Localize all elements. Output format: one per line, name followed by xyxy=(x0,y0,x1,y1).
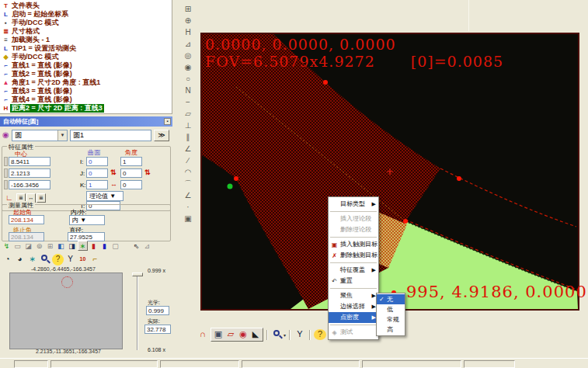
profile-line-icon[interactable]: ⌒ xyxy=(181,178,195,189)
tree-item-line4[interactable]: ⌐直线4 = 直线 (影像) xyxy=(2,95,172,104)
submenu-item-density-normal[interactable]: 常规 xyxy=(377,314,405,325)
theo-dropdown-icon[interactable]: ▼ xyxy=(110,193,116,200)
actual-field[interactable]: 32.778 xyxy=(144,325,171,334)
blue-chart-icon[interactable]: ▮ xyxy=(99,241,110,251)
symmetry-icon[interactable]: H xyxy=(181,26,195,38)
magnifier-tool-icon[interactable] xyxy=(271,328,284,341)
measurement-view-canvas[interactable] xyxy=(202,34,578,309)
position-grid-icon[interactable]: ⊞ xyxy=(181,3,195,15)
menu-item-insert-hit-target[interactable]: 插入触测目标▣ xyxy=(329,239,378,250)
y-spin[interactable] xyxy=(4,168,8,178)
zoom-slider-track[interactable] xyxy=(137,274,138,350)
panel-pin-button[interactable]: ▪ xyxy=(164,118,171,125)
magnet-snap-icon[interactable]: ∩ xyxy=(197,328,209,341)
straightness-icon[interactable]: − xyxy=(181,96,195,108)
cylinder-tool-icon[interactable]: ◪ xyxy=(23,241,33,251)
tree-item-dim-format[interactable]: ≣尺寸格式 xyxy=(2,27,172,36)
tree-item-file-header[interactable]: T文件表头 xyxy=(2,2,172,10)
menu-item-focus[interactable]: 聚焦▶ xyxy=(329,290,378,301)
k-angle-field[interactable]: 0 xyxy=(120,180,142,189)
i-angle-field[interactable]: 1 xyxy=(120,157,142,166)
k-swap-icon[interactable]: ↔ xyxy=(110,180,117,188)
menu-item-reset[interactable]: 重置↶ xyxy=(329,276,378,286)
bulb-question-icon[interactable]: ? xyxy=(52,254,64,266)
menu-item-delete-hit-target[interactable]: 删除触测目标✗ xyxy=(329,250,378,261)
cylindricity-icon[interactable]: N xyxy=(181,85,195,96)
feature-type-combo[interactable]: 圆 ▼ xyxy=(12,130,68,141)
angle-dim-icon[interactable]: ∠ xyxy=(181,189,195,201)
point-icon[interactable]: · xyxy=(181,201,195,213)
perpendicularity-icon[interactable]: ⊥ xyxy=(181,120,195,131)
camera-icon[interactable]: ▣ xyxy=(212,328,224,341)
gear-settings-icon[interactable]: ∗ xyxy=(78,241,88,251)
circle-target-icon[interactable]: ◉ xyxy=(237,328,249,341)
combo-dropdown-icon[interactable]: ▼ xyxy=(57,130,67,141)
tree-item-distance2[interactable]: H距离2 = 尺寸 2D 距离 : 直线3 xyxy=(2,104,172,113)
pattern-tool-icon[interactable]: ⊞ xyxy=(45,241,55,251)
light-ten-icon[interactable]: 10 xyxy=(77,254,89,266)
zoom-slider-thumb[interactable] xyxy=(132,273,143,276)
tree-item-angle1[interactable]: ▲角度1 = 尺寸2D 角度 : 直线1 xyxy=(2,78,172,87)
center-y-field[interactable]: 2.1213 xyxy=(9,168,50,178)
optical-field[interactable]: 0.999 xyxy=(146,306,169,315)
center-z-field[interactable]: -166.3456 xyxy=(9,180,50,189)
cone-tool-icon[interactable]: ◣ xyxy=(249,328,262,341)
z-spin[interactable] xyxy=(4,180,8,189)
stage-arrow-icon[interactable]: ⌐ xyxy=(89,254,101,266)
menu-item-point-density[interactable]: 点密度▶ xyxy=(329,312,378,323)
snap-right-button[interactable]: ≣ xyxy=(37,193,46,203)
contrast-dark-icon[interactable]: ◔ xyxy=(2,254,13,266)
center-x-field[interactable]: 8.5411 xyxy=(9,157,50,166)
zoom-slider[interactable] xyxy=(132,271,144,352)
expand-button[interactable]: ≫ xyxy=(154,130,169,141)
circular-runout-icon[interactable]: ◉ xyxy=(181,61,195,73)
tree-item-load-probe[interactable]: ≡加载测头 - 1 xyxy=(2,36,172,44)
target-handle-dot[interactable] xyxy=(234,176,238,181)
keyin-box-icon[interactable]: ▣ xyxy=(181,213,195,224)
j-angle-field[interactable]: 0 xyxy=(120,168,142,178)
target-handle-dot[interactable] xyxy=(323,80,328,85)
tree-item-manual-dcc-mode[interactable]: ▪手动/DCC 模式 xyxy=(2,19,172,27)
submenu-item-density-high[interactable]: 高 xyxy=(377,325,405,335)
plane-tool-icon[interactable]: ▭ xyxy=(12,241,23,251)
tree-item-line1[interactable]: ⌐直线1 = 直线 (影像) xyxy=(2,61,172,70)
select-arrow-icon[interactable]: ⇖ xyxy=(131,241,141,251)
k-surface-field[interactable]: 1 xyxy=(86,180,108,189)
camera-live-view[interactable] xyxy=(9,273,123,349)
inout-dropdown-icon[interactable]: ▼ xyxy=(80,217,86,224)
start-point-dot[interactable] xyxy=(228,184,233,189)
measurement-viewport[interactable]: 0.0000, 0.0000, 0.0000 FOV=6.5079x4.9272… xyxy=(200,33,579,311)
measure-lightning-icon[interactable]: ↯ xyxy=(2,241,12,251)
angularity-icon[interactable]: ∠ xyxy=(181,143,195,154)
tree-item-tip1[interactable]: LTIP1 = 设置活动测尖 xyxy=(2,44,172,53)
menu-item-edge-select[interactable]: 边缘选择▶ xyxy=(329,301,378,312)
region-select-icon[interactable]: ⊿ xyxy=(142,241,152,251)
submenu-item-density-low[interactable]: 低 xyxy=(377,304,405,314)
target-handle-dot[interactable] xyxy=(403,219,408,224)
edit-window-tree[interactable]: T文件表头L启动 = 起始坐标系▪手动/DCC 模式≣尺寸格式≡加载测头 - 1… xyxy=(0,0,172,114)
circle-feature-icon[interactable]: ⊚ xyxy=(34,241,44,251)
j-angle-spin-icon[interactable]: ⇅ xyxy=(144,168,151,176)
contrast-light-icon[interactable]: ◕ xyxy=(14,254,26,266)
inout-dropdown[interactable]: 内 ▼ xyxy=(69,215,105,225)
feature-name-field[interactable]: 圆1 xyxy=(70,130,151,141)
flatness-icon[interactable]: ▱ xyxy=(181,108,195,120)
tree-item-manual-dcc-mode-2[interactable]: ◆手动/DCC 模式 xyxy=(2,53,172,61)
tree-item-startup[interactable]: L启动 = 起始坐标系 xyxy=(2,10,172,19)
runout-icon[interactable]: ∕ xyxy=(181,154,195,166)
profile-surface-icon[interactable]: ◠ xyxy=(181,166,195,178)
panel-titlebar[interactable]: 自动特征[圆] ▪ xyxy=(0,116,172,127)
edit-target-icon[interactable]: ▱ xyxy=(224,328,237,341)
j-surface-field[interactable]: 0 xyxy=(86,168,108,178)
i-surface-field[interactable]: 0 xyxy=(86,157,108,166)
frame-tool-icon[interactable]: ▢ xyxy=(110,241,120,251)
target-handle-dot[interactable] xyxy=(457,176,461,181)
magnifier-icon[interactable] xyxy=(39,253,51,266)
display-window-icon[interactable]: ◧ xyxy=(56,241,66,251)
magnifier-tool-icon-dropdown[interactable]: ▾ xyxy=(284,332,286,338)
view-window-icon[interactable]: ◨ xyxy=(67,241,77,251)
probe-y-icon[interactable]: Y xyxy=(64,254,76,266)
concentricity-icon[interactable]: ◎ xyxy=(181,50,195,61)
submenu-item-density-none[interactable]: 无✓ xyxy=(377,294,405,304)
menu-item-target-type[interactable]: 目标类型▶ xyxy=(329,199,378,210)
